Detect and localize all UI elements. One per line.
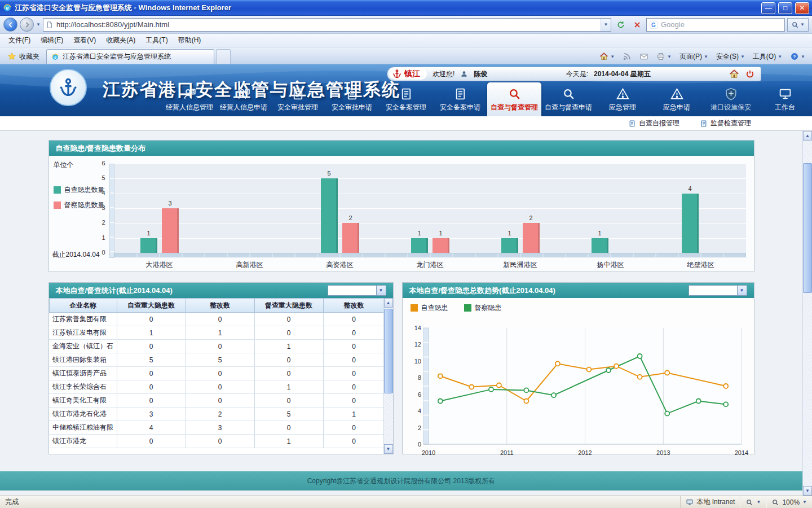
home-button[interactable]: ▼ (596, 50, 618, 63)
address-field[interactable]: http://localhost:8080/yjpt/Main.html ▼ (43, 18, 611, 32)
x-category-label: 龙门港区 (391, 260, 470, 270)
menu-item-2[interactable]: 编辑(E) (36, 34, 68, 47)
nav-item-7[interactable]: 自查与督查管理 (487, 82, 541, 116)
zoom-level-control[interactable]: 100% ▼ (766, 496, 812, 508)
y-tick-label: 5 (91, 174, 105, 181)
today-label: 今天是: (566, 69, 588, 79)
maximize-button[interactable]: □ (778, 2, 792, 14)
nav-item-6[interactable]: 安全备案申请 (433, 82, 487, 116)
nav-item-9[interactable]: 应急管理 (595, 82, 650, 116)
close-button[interactable]: ✕ (795, 2, 809, 14)
refresh-button[interactable] (614, 17, 628, 32)
browser-tab[interactable]: e 江苏省港口安全监管与应急管理系统 (46, 49, 214, 64)
bar-s1-c3[interactable] (433, 238, 449, 253)
table-row-8[interactable]: 镇江市港龙石化港3251 (49, 408, 385, 421)
scroll-up-arrow-icon[interactable]: ▲ (803, 131, 812, 141)
page-scroll-track[interactable] (803, 141, 812, 486)
nav-item-2[interactable]: 经营人信息申请 (217, 82, 271, 116)
page-scrollbar[interactable]: ▲ ▼ (802, 131, 812, 496)
menu-item-4[interactable]: 收藏夹(A) (101, 34, 140, 47)
table-row-2[interactable]: 江苏镇江发电有限1100 (49, 326, 385, 340)
bar-s0-c0[interactable] (140, 238, 157, 253)
stop-button[interactable] (630, 17, 644, 32)
gridline (114, 238, 746, 239)
menu-item-5[interactable]: 工具(T) (140, 34, 173, 47)
column-header: 自查重大隐患数 (117, 299, 186, 313)
document-icon (399, 87, 413, 101)
nav-item-label: 安全备案管理 (386, 103, 426, 112)
forward-button[interactable] (20, 17, 34, 32)
bar-s1-c0[interactable] (162, 208, 179, 253)
nav-item-label: 安全审批管理 (277, 103, 318, 112)
subnav-item-label: 监督检查管理 (710, 119, 751, 128)
logout-power-icon[interactable] (745, 69, 755, 79)
scroll-down-arrow-icon[interactable]: ▼ (384, 444, 393, 454)
table-filter-combo[interactable]: ▼ (328, 285, 386, 296)
favorites-button[interactable]: 收藏夹 (2, 49, 45, 64)
menu-item-3[interactable]: 查看(V) (68, 34, 101, 47)
bar-s1-c4[interactable] (523, 223, 540, 253)
nav-item-1[interactable]: 经营人信息管理 (162, 82, 217, 116)
search-button[interactable]: ▼ (787, 18, 809, 32)
table-row-7[interactable]: 镇江奇美化工有限0000 (49, 394, 385, 408)
bar-s1-c2[interactable] (342, 223, 359, 253)
toolbar-menu-3[interactable]: 工具(O)▼ (749, 50, 785, 63)
combo-arrow-icon[interactable]: ▼ (376, 286, 386, 295)
combo-arrow-icon[interactable]: ▼ (737, 286, 747, 295)
table-scroll-track[interactable] (384, 308, 393, 444)
search-box[interactable]: G Google (646, 18, 785, 32)
bar-s0-c2[interactable] (321, 178, 338, 253)
nav-item-4[interactable]: 安全审批申请 (325, 82, 379, 116)
table-scrollbar[interactable]: ▲ ▼ (383, 298, 393, 454)
home-shortcut-icon[interactable] (729, 69, 739, 79)
read-mail-button[interactable] (636, 50, 652, 63)
bar-s0-c4[interactable] (501, 238, 518, 253)
table-row-6[interactable]: 镇江李长荣综合石0010 (49, 380, 385, 394)
table-row-9[interactable]: 中储粮镇江粮油有限4300 (49, 421, 385, 435)
menu-item-6[interactable]: 帮助(H) (173, 34, 206, 47)
bar-s0-c3[interactable] (411, 238, 428, 253)
table-scroll-thumb[interactable] (384, 309, 393, 393)
page-scroll-thumb[interactable] (803, 163, 812, 293)
table-row-1[interactable]: 江苏索普集团有限0000 (49, 313, 385, 326)
table-row-5[interactable]: 镇江恒泰沥青产品0000 (49, 367, 385, 380)
today-value: 2014-04-04 星期五 (594, 69, 651, 79)
subnav-item-1[interactable]: 自查自报管理 (628, 119, 679, 128)
nav-item-11[interactable]: 港口设施保安 (704, 82, 758, 116)
nav-item-3[interactable]: 安全审批管理 (271, 82, 325, 116)
nav-item-8[interactable]: 自查与督查申请 (541, 82, 595, 116)
toolbar-menu-1[interactable]: 页面(P)▼ (676, 50, 712, 63)
minimize-button[interactable]: — (761, 2, 775, 14)
table-row-10[interactable]: 镇江市港龙0010 (49, 435, 385, 448)
table-cell: 0 (186, 313, 254, 326)
user-icon (460, 70, 468, 78)
feeds-button[interactable] (619, 50, 635, 63)
x-axis (114, 253, 746, 257)
page-zoom-button[interactable]: ▼ (740, 496, 766, 508)
bar-s0-c5[interactable] (592, 238, 608, 253)
history-caret-icon[interactable]: ▼ (36, 22, 41, 27)
back-button[interactable] (3, 17, 17, 32)
nav-item-10[interactable]: 应急申请 (650, 82, 704, 116)
new-tab-button[interactable] (216, 49, 231, 64)
nav-item-12[interactable]: 工作台 (758, 82, 812, 116)
y-tick-label: 0 (91, 249, 105, 256)
bar-value-label: 1 (592, 230, 608, 237)
stats-table: 企业名称自查重大隐患数整改数督查重大隐患数整改数江苏索普集团有限0000江苏镇江… (49, 298, 385, 448)
bar-s0-c6[interactable] (682, 194, 699, 253)
table-row-4[interactable]: 镇江港国际集装箱5500 (49, 353, 385, 367)
toolbar-menu-2[interactable]: 安全(S)▼ (713, 50, 748, 63)
subnav-item-2[interactable]: 监督检查管理 (700, 119, 751, 128)
trend-filter-combo[interactable]: ▼ (689, 285, 747, 296)
city-selector[interactable]: 镇江 (389, 68, 427, 80)
menu-item-1[interactable]: 文件(F) (3, 34, 36, 47)
address-dropdown-button[interactable]: ▼ (601, 19, 611, 31)
help-button[interactable]: ?▼ (787, 50, 809, 63)
print-button[interactable]: ▼ (653, 50, 675, 63)
nav-item-5[interactable]: 安全备案管理 (379, 82, 433, 116)
x-category-label: 高新港区 (210, 260, 289, 270)
table-row-3[interactable]: 金海宏业（镇江）石0010 (49, 340, 385, 353)
table-cell: 0 (186, 435, 254, 448)
scroll-down-arrow-icon[interactable]: ▼ (803, 486, 812, 496)
scroll-up-arrow-icon[interactable]: ▲ (384, 298, 393, 308)
